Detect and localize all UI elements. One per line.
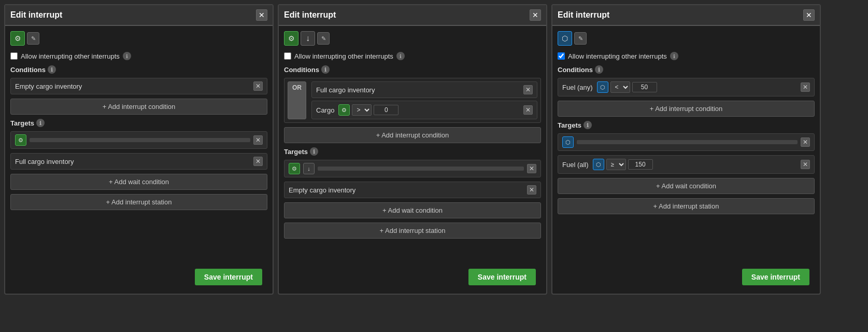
allow-interrupting-label-1: Allow interrupting other interrupts — [21, 52, 120, 60]
allow-interrupting-info-2[interactable]: ℹ — [396, 52, 405, 60]
remove-target-3a[interactable]: ✕ — [801, 137, 810, 147]
panel-body-1: ⚙ ✎ Allow interrupting other interrupts … — [5, 26, 273, 260]
conditions-label-1: Conditions ℹ — [10, 65, 267, 74]
cargo-label-2: Cargo — [316, 106, 334, 114]
panel-footer-2: Save interrupt — [279, 260, 546, 294]
or-badge-2: OR — [288, 81, 306, 119]
fuel-all-operator-3[interactable]: ≥ ≤ = — [606, 159, 626, 170]
edit-icon-2[interactable]: ✎ — [317, 32, 330, 45]
close-button-3[interactable]: ✕ — [803, 9, 815, 21]
remove-target-2b[interactable]: ✕ — [527, 185, 536, 195]
save-interrupt-btn-2[interactable]: Save interrupt — [468, 269, 536, 285]
allow-interrupting-row-2: Allow interrupting other interrupts ℹ — [284, 52, 541, 60]
panel-header-2: Edit interrupt ✕ — [279, 5, 546, 26]
targets-info-2[interactable]: ℹ — [310, 147, 318, 156]
cargo-icon-small-2: ⚙ — [338, 104, 350, 116]
target-cargo-icon-1a: ⚙ — [15, 134, 26, 146]
allow-interrupting-info-1[interactable]: ℹ — [123, 52, 131, 60]
add-interrupt-station-btn-1[interactable]: + Add interrupt station — [10, 194, 267, 210]
target-row-1a: ⚙ ✕ — [10, 131, 267, 149]
remove-or-condition-2[interactable]: ✕ — [523, 105, 533, 115]
icon-row-1: ⚙ ✎ — [10, 31, 267, 46]
cargo-value-input-2[interactable] — [374, 105, 399, 115]
add-interrupt-condition-btn-2[interactable]: + Add interrupt condition — [284, 127, 541, 143]
panel-header-3: Edit interrupt ✕ — [552, 5, 820, 26]
or-condition-1: Full cargo inventory ✕ — [311, 81, 537, 98]
fuel-icon-3: ⬡ — [558, 31, 572, 46]
fuel-value-input-3[interactable] — [632, 82, 657, 92]
panel-header-1: Edit interrupt ✕ — [5, 5, 273, 26]
panel-body-2: ⚙ ↓ ✎ Allow interrupting other interrupt… — [279, 26, 546, 260]
fuel-all-condition-row-3: Fuel (all) ⬡ ≥ ≤ = ✕ — [558, 155, 815, 174]
add-interrupt-condition-btn-3[interactable]: + Add interrupt condition — [558, 101, 815, 117]
panel-footer-1: Save interrupt — [5, 260, 273, 294]
targets-info-3[interactable]: ℹ — [584, 121, 592, 129]
remove-target-1a[interactable]: ✕ — [253, 135, 263, 145]
down-arrow-icon-2: ↓ — [301, 31, 315, 46]
fuel-condition-row-3: Fuel (any) ⬡ < > = ✕ — [558, 78, 815, 96]
remove-target-2a[interactable]: ✕ — [527, 164, 536, 173]
condition-row-1: Empty cargo inventory ✕ — [10, 78, 267, 94]
or-condition-text-1: Full cargo inventory — [316, 86, 520, 94]
close-button-2[interactable]: ✕ — [530, 9, 541, 21]
remove-target-1b[interactable]: ✕ — [253, 157, 263, 166]
conditions-info-2[interactable]: ℹ — [321, 65, 330, 74]
save-interrupt-btn-3[interactable]: Save interrupt — [742, 269, 809, 285]
icon-row-3: ⬡ ✎ — [558, 31, 815, 46]
cargo-icon-2: ⚙ — [284, 31, 298, 46]
fuel-all-inner-3: Fuel (all) ⬡ ≥ ≤ = — [562, 159, 798, 170]
allow-interrupting-checkbox-2[interactable] — [284, 52, 291, 60]
cargo-icon-1: ⚙ — [10, 31, 25, 46]
or-condition-2: Cargo ⚙ > < = ✕ — [311, 101, 537, 119]
edit-icon-3[interactable]: ✎ — [574, 32, 587, 45]
panel-title-3: Edit interrupt — [558, 10, 609, 20]
add-interrupt-condition-btn-1[interactable]: + Add interrupt condition — [10, 99, 267, 115]
remove-fuel-all-3[interactable]: ✕ — [801, 160, 810, 169]
targets-label-1: Targets ℹ — [10, 119, 267, 127]
fuel-all-value-3[interactable] — [628, 159, 653, 170]
target-bar-2a — [318, 167, 524, 171]
close-button-1[interactable]: ✕ — [256, 9, 267, 21]
remove-condition-1[interactable]: ✕ — [253, 81, 263, 91]
or-group-inner-2: Full cargo inventory ✕ Cargo ⚙ — [311, 81, 537, 119]
target-fuel-icon-3a: ⬡ — [562, 136, 574, 148]
fuel-operator-select-3[interactable]: < > = — [610, 81, 630, 93]
add-wait-condition-btn-2[interactable]: + Add wait condition — [284, 202, 541, 218]
fuel-condition-inner-3: Fuel (any) ⬡ < > = — [562, 81, 798, 93]
target-bar-1a — [30, 138, 250, 142]
remove-fuel-condition-3[interactable]: ✕ — [801, 82, 810, 92]
fuel-any-label-3: Fuel (any) — [562, 84, 593, 91]
add-wait-condition-btn-1[interactable]: + Add wait condition — [10, 174, 267, 190]
targets-label-3: Targets ℹ — [558, 121, 815, 129]
target-text-2b: Empty cargo inventory — [289, 186, 524, 194]
targets-label-2: Targets ℹ — [284, 147, 541, 156]
condition-text-1: Empty cargo inventory — [15, 82, 250, 90]
or-conditions-group-2: OR Full cargo inventory ✕ Cargo — [284, 78, 541, 123]
add-interrupt-station-btn-3[interactable]: + Add interrupt station — [558, 198, 815, 214]
target-down-icon-2a: ↓ — [303, 163, 315, 174]
allow-interrupting-label-3: Allow interrupting other interrupts — [568, 52, 667, 60]
allow-interrupting-checkbox-3[interactable] — [558, 52, 565, 60]
edit-interrupt-panel-2: Edit interrupt ✕ ⚙ ↓ ✎ Allow interruptin… — [278, 4, 547, 295]
targets-info-1[interactable]: ℹ — [36, 119, 45, 127]
target-row-2a: ⚙ ↓ ✕ — [284, 160, 541, 177]
conditions-info-3[interactable]: ℹ — [595, 65, 603, 74]
conditions-label-2: Conditions ℹ — [284, 65, 541, 74]
edit-interrupt-panel-3: Edit interrupt ✕ ⬡ ✎ Allow interrupting … — [551, 4, 821, 295]
panel-title-2: Edit interrupt — [284, 10, 336, 20]
save-interrupt-btn-1[interactable]: Save interrupt — [195, 269, 262, 285]
edit-icon-1[interactable]: ✎ — [27, 32, 39, 45]
allow-interrupting-info-3[interactable]: ℹ — [670, 52, 678, 60]
panel-footer-3: Save interrupt — [552, 260, 820, 294]
fuel-all-icon-3: ⬡ — [593, 159, 604, 170]
allow-interrupting-row-3: Allow interrupting other interrupts ℹ — [558, 52, 815, 60]
allow-interrupting-checkbox-1[interactable] — [10, 52, 18, 60]
remove-or-condition-1[interactable]: ✕ — [523, 85, 533, 94]
conditions-info-1[interactable]: ℹ — [48, 65, 56, 74]
cargo-operator-select-2[interactable]: > < = — [352, 104, 372, 116]
add-interrupt-station-btn-2[interactable]: + Add interrupt station — [284, 223, 541, 239]
target-row-3a: ⬡ ✕ — [558, 133, 815, 151]
add-wait-condition-btn-3[interactable]: + Add wait condition — [558, 178, 815, 194]
target-text-1b: Full cargo inventory — [15, 158, 250, 165]
panel-title-1: Edit interrupt — [10, 10, 62, 20]
